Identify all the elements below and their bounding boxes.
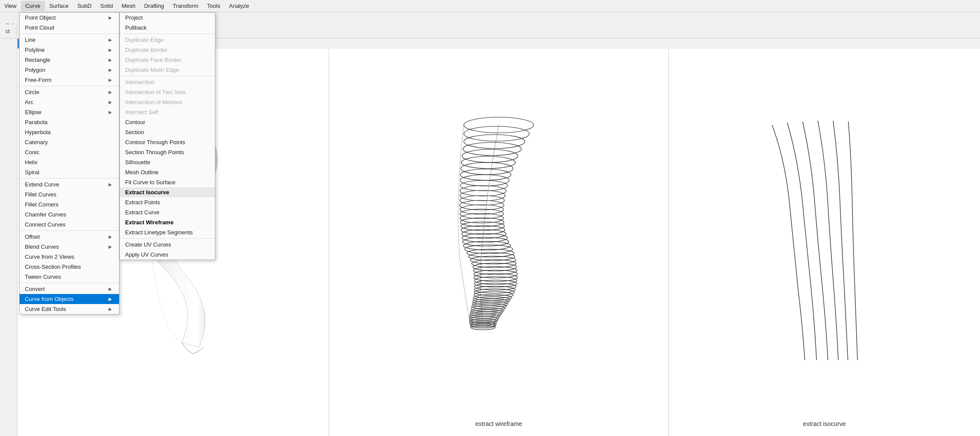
arrow-icon: ▶ xyxy=(109,244,112,249)
isocurve-shape xyxy=(763,116,885,369)
svg-point-30 xyxy=(473,263,517,271)
menu-item-offset[interactable]: Offset ▶ xyxy=(20,232,119,242)
submenu-sep2 xyxy=(120,76,215,76)
svg-point-4 xyxy=(463,142,521,155)
menu-item-rectangle[interactable]: Rectangle ▶ xyxy=(20,55,119,65)
submenu-section-through-points[interactable]: Section Through Points xyxy=(120,147,215,157)
menubar-tools[interactable]: Tools xyxy=(203,1,225,11)
menu-sep5 xyxy=(20,283,119,283)
toolbar2-sep1 xyxy=(16,27,17,36)
menu-item-curve-2views[interactable]: Curve from 2 Views xyxy=(20,252,119,262)
submenu-intersect-self[interactable]: Intersect Self xyxy=(120,107,215,117)
submenu-silhouette[interactable]: Silhouette xyxy=(120,157,215,167)
menu-item-chamfer-curves[interactable]: Chamfer Curves xyxy=(20,210,119,220)
submenu-sep3 xyxy=(120,238,215,239)
arrow-icon: ▶ xyxy=(109,37,112,42)
svg-point-31 xyxy=(473,267,517,274)
menu-item-freeform[interactable]: Free-Form ▶ xyxy=(20,75,119,85)
menubar-transform[interactable]: Transform xyxy=(168,1,203,11)
submenu-pullback[interactable]: Pullback xyxy=(120,23,215,33)
menu-item-polyline[interactable]: Polyline ▶ xyxy=(20,45,119,55)
viewport-panel-isocurve: extract isocurve xyxy=(669,49,980,436)
menu-item-hyperbola[interactable]: Hyperbola xyxy=(20,127,119,137)
menu-sep3 xyxy=(20,178,119,179)
submenu-contour[interactable]: Contour xyxy=(120,117,215,127)
submenu-duplicate-mesh-edge[interactable]: Duplicate Mesh Edge xyxy=(120,65,215,75)
menu-item-conic[interactable]: Conic xyxy=(20,147,119,157)
svg-point-26 xyxy=(467,249,514,257)
menu-item-blend-curves[interactable]: Blend Curves ▶ xyxy=(20,242,119,252)
submenu-mesh-outline[interactable]: Mesh Outline xyxy=(120,167,215,177)
submenu-section[interactable]: Section xyxy=(120,127,215,137)
arrow-icon: ▶ xyxy=(109,234,112,239)
menubar-solid[interactable]: Solid xyxy=(96,1,117,11)
menu-item-convert[interactable]: Convert ▶ xyxy=(20,284,119,294)
menubar-curve[interactable]: Curve xyxy=(21,1,45,11)
menu-item-arc[interactable]: Arc ▶ xyxy=(20,97,119,107)
submenu-intersection-meshes[interactable]: Intersection of Meshes xyxy=(120,97,215,107)
submenu-extract-wireframe[interactable]: Extract Wireframe xyxy=(120,217,215,227)
menu-item-catenary[interactable]: Catenary xyxy=(20,137,119,147)
submenu-extract-points[interactable]: Extract Points xyxy=(120,197,215,207)
menu-item-fillet-corners[interactable]: Fillet Corners xyxy=(20,199,119,210)
submenu-intersection-two-sets[interactable]: Intersection of Two Sets xyxy=(120,87,215,97)
submenu-fit-curve-to-surface[interactable]: Fit Curve to Surface xyxy=(120,177,215,187)
submenu-duplicate-edge[interactable]: Duplicate Edge xyxy=(120,35,215,45)
menu-item-line[interactable]: Line ▶ xyxy=(20,35,119,45)
submenu-sep1 xyxy=(120,34,215,34)
menu-item-tween-curves[interactable]: Tween Curves xyxy=(20,272,119,282)
menubar-surface[interactable]: Surface xyxy=(45,1,73,11)
menu-item-connect-curves[interactable]: Connect Curves xyxy=(20,220,119,230)
submenu-duplicate-border[interactable]: Duplicate Border xyxy=(120,45,215,55)
curve-from-objects-submenu: Project Pullback Duplicate Edge Duplicat… xyxy=(119,12,215,260)
svg-point-15 xyxy=(460,205,504,214)
svg-point-16 xyxy=(460,209,504,219)
menu-sep2 xyxy=(20,86,119,86)
menu-item-parabola[interactable]: Parabola xyxy=(20,117,119,127)
menu-item-circle[interactable]: Circle ▶ xyxy=(20,87,119,97)
menu-item-cross-section[interactable]: Cross-Section Profiles xyxy=(20,262,119,272)
menu-item-spiral[interactable]: Spiral xyxy=(20,167,119,177)
submenu-create-uv-curves[interactable]: Create UV Curves xyxy=(120,240,215,250)
menu-sep4 xyxy=(20,230,119,231)
submenu-extract-isocurve[interactable]: Extract Isocurve xyxy=(120,187,215,197)
submenu-contour-through-points[interactable]: Contour Through Points xyxy=(120,137,215,147)
arrow-icon: ▶ xyxy=(109,287,112,291)
submenu-apply-uv-curves[interactable]: Apply UV Curves xyxy=(120,250,215,260)
menu-item-helix[interactable]: Helix xyxy=(20,157,119,167)
toolbar-ct[interactable]: ct xyxy=(2,27,14,36)
svg-point-5 xyxy=(462,149,518,162)
menu-item-fillet-curves[interactable]: Fillet Curves xyxy=(20,189,119,199)
submenu-extract-linetype-segments[interactable]: Extract Linetype Segments xyxy=(120,227,215,237)
menu-item-curve-from-objects[interactable]: Curve from Objects ▶ xyxy=(20,294,119,304)
arrow-icon: ▶ xyxy=(109,15,112,20)
svg-point-3 xyxy=(464,135,525,149)
menubar-drafting[interactable]: Drafting xyxy=(140,1,169,11)
left-sidebar xyxy=(0,38,17,436)
menubar-analyze[interactable]: Analyze xyxy=(225,1,253,11)
menubar-view[interactable]: View xyxy=(0,1,21,11)
arrow-icon: ▶ xyxy=(109,78,112,82)
isocurve-label: extract isocurve xyxy=(803,420,846,427)
svg-point-29 xyxy=(472,260,516,267)
arrow-icon: ▶ xyxy=(109,307,112,311)
submenu-project[interactable]: Project xyxy=(120,13,215,23)
arrow-icon: ▶ xyxy=(109,297,112,301)
menubar-mesh[interactable]: Mesh xyxy=(117,1,140,11)
menubar: View Curve Surface SubD Solid Mesh Draft… xyxy=(0,0,980,12)
menubar-subd[interactable]: SubD xyxy=(73,1,96,11)
menu-item-extend-curve[interactable]: Extend Curve ▶ xyxy=(20,179,119,189)
viewport-panel-wireframe: extract wireframe xyxy=(329,49,669,436)
arrow-icon: ▶ xyxy=(109,110,112,115)
menu-item-ellipse[interactable]: Ellipse ▶ xyxy=(20,107,119,117)
svg-point-2 xyxy=(464,126,529,141)
menu-item-polygon[interactable]: Polygon ▶ xyxy=(20,65,119,75)
svg-point-18 xyxy=(460,218,504,226)
menu-item-point-cloud[interactable]: Point Cloud xyxy=(20,23,119,33)
submenu-duplicate-face-border[interactable]: Duplicate Face Border xyxy=(120,55,215,65)
submenu-intersection[interactable]: Intersection xyxy=(120,77,215,87)
submenu-extract-curve[interactable]: Extract Curve xyxy=(120,207,215,217)
menu-item-point-object[interactable]: Point Object ▶ xyxy=(20,13,119,23)
menu-item-curve-edit-tools[interactable]: Curve Edit Tools ▶ xyxy=(20,304,119,314)
svg-point-21 xyxy=(462,230,506,238)
